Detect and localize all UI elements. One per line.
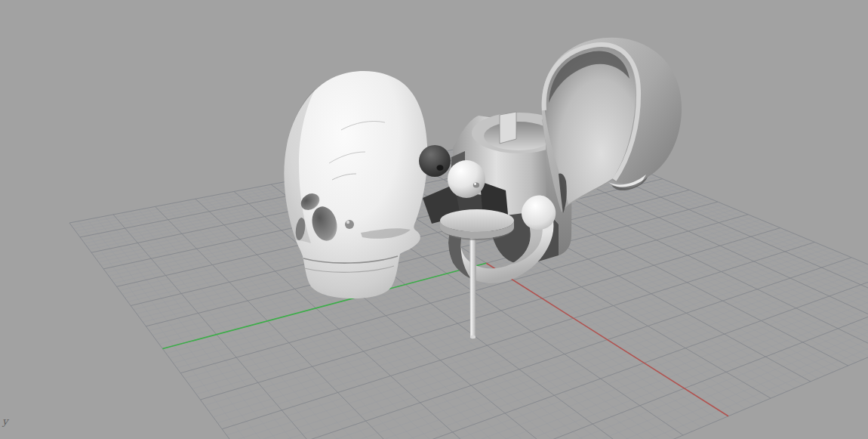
x-axis-line [486,263,728,416]
rod-tip [470,335,476,339]
cplane-axes [162,263,728,416]
dark-sphere-dimple [437,165,444,171]
skull-small-hole-highlight [346,221,349,224]
collar-gap-facet [500,112,516,144]
dark-ball-joint-sphere[interactable] [419,145,451,177]
base-plate-disc[interactable] [440,209,514,240]
viewport-canvas[interactable] [0,0,868,439]
cranium-dome-shell[interactable] [542,38,682,213]
light-sphere-dimple [473,182,479,187]
axis-label-y: y [2,416,8,427]
skull-model[interactable] [284,71,427,298]
support-pin-rod[interactable] [469,227,476,339]
plate-top [440,209,514,232]
light-sphere-dimple-spec [474,183,476,185]
light-ball-joint-sphere[interactable] [448,160,485,198]
skull-small-hole [345,220,354,229]
rod-shaft[interactable] [469,227,476,339]
collar-top-cavity [484,122,553,150]
3d-viewport[interactable]: y [0,0,868,439]
